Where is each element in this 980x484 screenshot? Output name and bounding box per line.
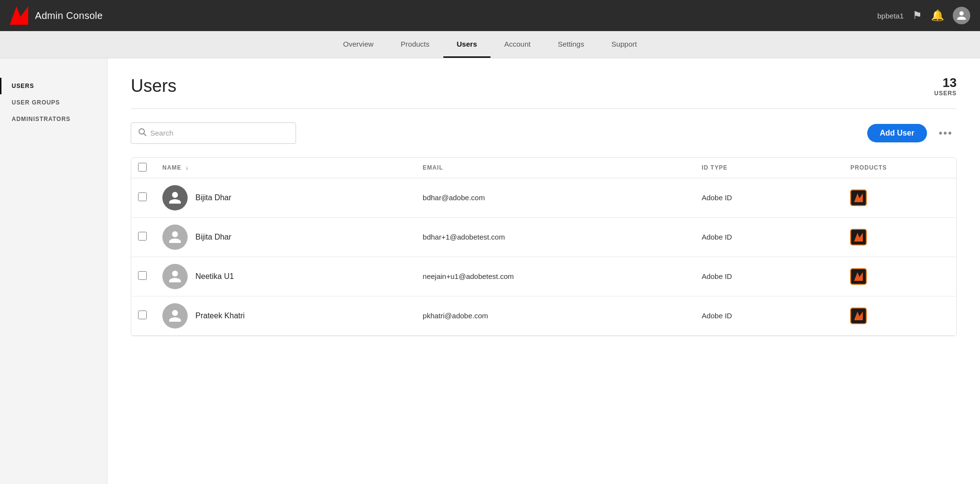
table-row: Bijita Dhar bdhar+1@adobetest.com Adobe …	[131, 217, 956, 257]
row-idtype-3: Adobe ID	[696, 257, 844, 296]
row-checkbox-cell-3	[131, 257, 157, 296]
table-row: Prateek Khatri pkhatri@adobe.com Adobe I…	[131, 296, 956, 335]
search-icon	[138, 128, 146, 138]
th-email: EMAIL	[417, 158, 696, 178]
row-products-1	[844, 178, 956, 217]
top-bar-right: bpbeta1 ⚑ 🔔	[877, 7, 970, 24]
nav-item-support[interactable]: Support	[598, 31, 651, 58]
row-email-2: bdhar+1@adobetest.com	[417, 217, 696, 257]
select-all-checkbox[interactable]	[138, 163, 147, 172]
row-email-3: neejain+u1@adobetest.com	[417, 257, 696, 296]
sidebar-item-user-groups[interactable]: USER GROUPS	[0, 94, 107, 111]
product-icon-4[interactable]	[850, 308, 867, 324]
table-row: Bijita Dhar bdhar@adobe.com Adobe ID	[131, 178, 956, 217]
section-divider	[131, 108, 957, 109]
notification-icon[interactable]: 🔔	[931, 9, 944, 22]
app-title: Admin Console	[35, 10, 103, 21]
row-products-2	[844, 217, 956, 257]
th-idtype: ID TYPE	[696, 158, 844, 178]
adobe-logo-icon	[10, 6, 28, 25]
user-name-4: Prateek Khatri	[195, 311, 245, 320]
product-icon-2[interactable]	[850, 229, 867, 245]
row-name-1: Bijita Dhar	[157, 178, 417, 217]
row-idtype-2: Adobe ID	[696, 217, 844, 257]
sort-arrow-name: ↓	[185, 164, 189, 171]
th-products: PRODUCTS	[844, 158, 956, 178]
row-email-4: pkhatri@adobe.com	[417, 296, 696, 335]
svg-line-3	[144, 133, 146, 135]
top-bar: Admin Console bpbeta1 ⚑ 🔔	[0, 0, 980, 31]
user-count-box: 13 USERS	[934, 76, 957, 97]
page-header: Users 13 USERS	[131, 76, 957, 97]
th-checkbox	[131, 158, 157, 178]
user-name-2: Bijita Dhar	[195, 233, 231, 242]
row-idtype-1: Adobe ID	[696, 178, 844, 217]
toolbar-right: Add User •••	[867, 124, 957, 142]
th-name: NAME ↓	[157, 158, 417, 178]
avatar[interactable]	[953, 7, 970, 24]
row-idtype-4: Adobe ID	[696, 296, 844, 335]
nav-item-settings[interactable]: Settings	[544, 31, 597, 58]
nav-item-products[interactable]: Products	[387, 31, 443, 58]
top-bar-left: Admin Console	[10, 6, 103, 25]
layout: USERS USER GROUPS ADMINISTRATORS Users 1…	[0, 58, 980, 484]
search-box	[131, 122, 296, 144]
row-name-2: Bijita Dhar	[157, 217, 417, 257]
flag-icon[interactable]: ⚑	[912, 9, 922, 22]
row-email-1: bdhar@adobe.com	[417, 178, 696, 217]
user-name-1: Bijita Dhar	[195, 193, 231, 202]
table-header-row: NAME ↓ EMAIL ID TYPE PRODUCTS	[131, 158, 956, 178]
users-table: NAME ↓ EMAIL ID TYPE PRODUCTS	[131, 158, 956, 336]
add-user-button[interactable]: Add User	[867, 124, 927, 142]
table-row: Neetika U1 neejain+u1@adobetest.com Adob…	[131, 257, 956, 296]
user-count-number: 13	[934, 76, 957, 90]
main-nav: Overview Products Users Account Settings…	[0, 31, 980, 58]
row-checkbox-cell	[131, 178, 157, 217]
row-checkbox-cell-2	[131, 217, 157, 257]
more-options-button[interactable]: •••	[935, 124, 957, 142]
product-icon-3[interactable]	[850, 268, 867, 285]
users-table-wrap: NAME ↓ EMAIL ID TYPE PRODUCTS	[131, 157, 957, 336]
nav-items: Overview Products Users Account Settings…	[330, 31, 650, 58]
row-checkbox-1[interactable]	[138, 192, 147, 201]
product-icon-1[interactable]	[850, 190, 867, 206]
nav-item-overview[interactable]: Overview	[330, 31, 387, 58]
user-count-label: USERS	[934, 90, 957, 97]
avatar-2	[162, 225, 188, 250]
row-products-3	[844, 257, 956, 296]
sidebar-item-administrators[interactable]: ADMINISTRATORS	[0, 111, 107, 127]
row-products-4	[844, 296, 956, 335]
row-checkbox-cell-4	[131, 296, 157, 335]
page-title: Users	[131, 76, 176, 96]
user-name-3: Neetika U1	[195, 272, 234, 281]
row-name-3: Neetika U1	[157, 257, 417, 296]
toolbar: Add User •••	[131, 122, 957, 144]
row-checkbox-3[interactable]	[138, 271, 147, 280]
nav-item-users[interactable]: Users	[443, 31, 491, 58]
username-label: bpbeta1	[877, 12, 904, 20]
row-checkbox-2[interactable]	[138, 232, 147, 241]
main-content: Users 13 USERS Add User •••	[107, 58, 980, 484]
avatar-1	[162, 185, 188, 210]
sidebar-item-users[interactable]: USERS	[0, 78, 107, 94]
avatar-3	[162, 264, 188, 289]
row-checkbox-4[interactable]	[138, 311, 147, 319]
row-name-4: Prateek Khatri	[157, 296, 417, 335]
search-input[interactable]	[150, 129, 289, 137]
sidebar: USERS USER GROUPS ADMINISTRATORS	[0, 58, 107, 484]
avatar-4	[162, 303, 188, 328]
nav-item-account[interactable]: Account	[490, 31, 544, 58]
